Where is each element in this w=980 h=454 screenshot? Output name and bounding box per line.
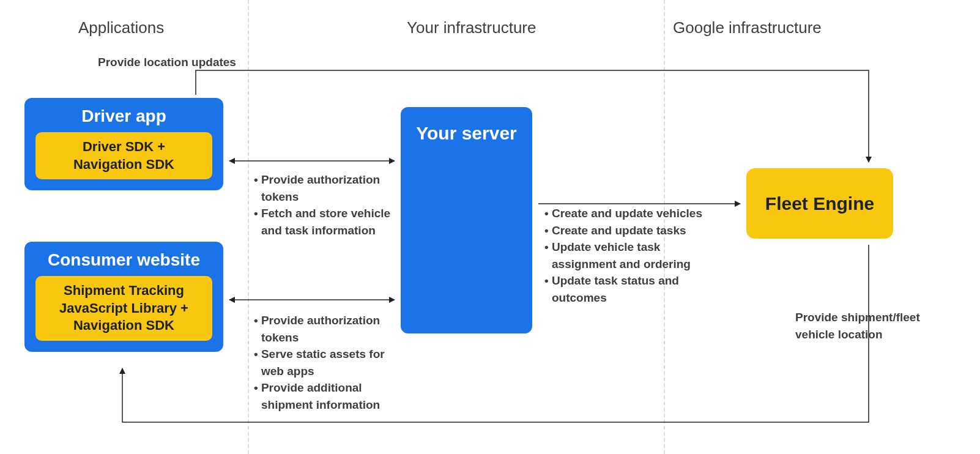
your-server-title: Your server — [416, 123, 517, 143]
bullet: • Create and update tasks — [544, 222, 703, 239]
edge-label-text: Provide authorization tokens — [261, 314, 380, 344]
edge-label-text: Update vehicle task assignment and order… — [552, 240, 691, 270]
bullet: • Update vehicle task assignment and ord… — [544, 239, 703, 272]
edge-label-driver-server: • Provide authorization tokens • Fetch a… — [254, 171, 395, 239]
edge-label-text: Provide additional shipment information — [261, 381, 380, 411]
edge-label-text: Create and update vehicles — [552, 207, 702, 220]
section-your-infrastructure: Your infrastructure — [407, 18, 536, 37]
consumer-website-sdk-text: Shipment Tracking JavaScript Library + N… — [59, 283, 188, 333]
node-your-server: Your server — [401, 107, 532, 333]
edge-label-server-fleet: • Create and update vehicles • Create an… — [544, 205, 703, 306]
arrow-driver-fleet — [196, 70, 869, 162]
divider-apps-infra — [248, 0, 249, 454]
edge-label-text: Update task status and outcomes — [552, 274, 679, 304]
fleet-engine-title: Fleet Engine — [765, 193, 874, 214]
bullet: • Fetch and store vehicle and task infor… — [254, 205, 395, 239]
bullet: • Provide authorization tokens — [254, 171, 395, 205]
edge-label-fleet-consumer: Provide shipment/fleet vehicle location — [795, 309, 954, 343]
consumer-website-title: Consumer website — [35, 250, 212, 270]
node-fleet-engine: Fleet Engine — [746, 168, 893, 239]
driver-app-sdk-text: Driver SDK + Navigation SDK — [73, 139, 174, 172]
bullet: • Serve static assets for web apps — [254, 346, 395, 379]
edge-label-text: Provide authorization tokens — [261, 173, 380, 203]
section-applications: Applications — [78, 18, 164, 37]
driver-app-title: Driver app — [35, 106, 212, 126]
node-consumer-website: Consumer website Shipment Tracking JavaS… — [24, 242, 223, 352]
bullet: • Create and update vehicles — [544, 205, 703, 222]
edge-label-driver-to-fleet: Provide location updates — [98, 54, 236, 71]
section-google-infrastructure: Google infrastructure — [673, 18, 822, 37]
edge-label-consumer-server: • Provide authorization tokens • Serve s… — [254, 312, 395, 413]
edge-label-text: Fetch and store vehicle and task informa… — [261, 207, 390, 237]
edge-label-text: Serve static assets for web apps — [261, 348, 385, 378]
bullet: • Update task status and outcomes — [544, 272, 703, 306]
node-driver-app: Driver app Driver SDK + Navigation SDK — [24, 98, 223, 190]
edge-label-text: Create and update tasks — [552, 224, 686, 237]
architecture-diagram: Applications Your infrastructure Google … — [0, 0, 980, 454]
driver-app-sdk-box: Driver SDK + Navigation SDK — [35, 132, 212, 179]
bullet: • Provide additional shipment informatio… — [254, 379, 395, 413]
consumer-website-sdk-box: Shipment Tracking JavaScript Library + N… — [35, 276, 212, 341]
bullet: • Provide authorization tokens — [254, 312, 395, 346]
